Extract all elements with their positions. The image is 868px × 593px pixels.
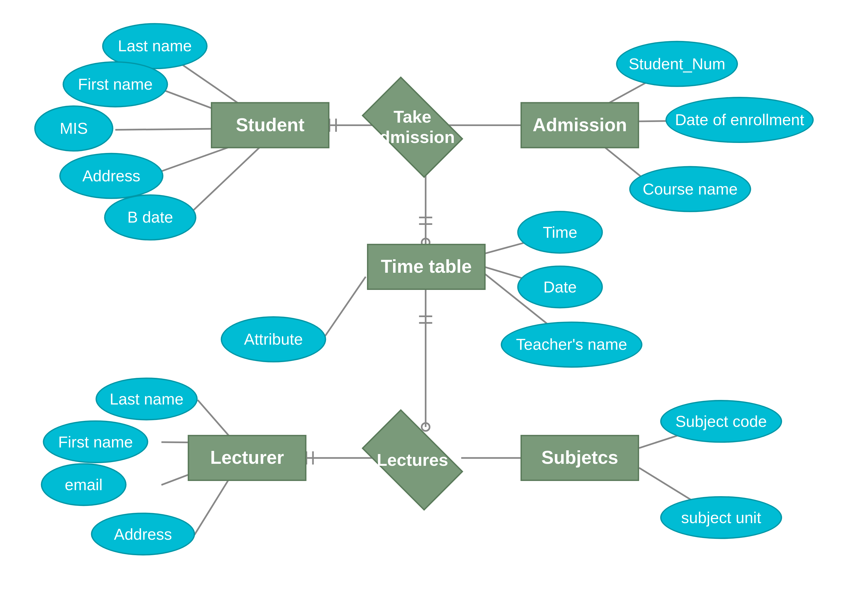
attr-admission-course: Course name (629, 166, 751, 212)
attr-lec-last: Last name (96, 378, 198, 420)
attr-lec-first: First name (43, 420, 148, 463)
attr-admission-num: Student_Num (616, 41, 738, 87)
attr-tt-teacher: Teacher's name (501, 322, 642, 367)
attr-sub-code: Subject code (660, 400, 782, 443)
attr-lec-address: Address (91, 512, 195, 556)
entity-timetable: Time table (367, 244, 486, 290)
svg-line-4 (186, 143, 264, 217)
attr-admission-date: Date of enrollment (666, 97, 814, 143)
svg-line-20 (323, 277, 366, 339)
attr-tt-attribute: Attribute (221, 316, 326, 362)
relationship-lectures: Lectures (360, 427, 465, 493)
diagram-container: Student Admission Time table Lecturer Su… (0, 0, 868, 593)
relationship-take-admission: Take admission (360, 94, 465, 160)
attr-sub-unit: subject unit (660, 496, 782, 539)
attr-lec-email: email (41, 463, 127, 506)
attr-student-bdate: B date (104, 195, 196, 240)
attr-student-address: Address (59, 153, 163, 199)
attr-student-mis: MIS (34, 105, 114, 152)
entity-subjetcs: Subjetcs (521, 435, 639, 481)
entity-admission: Admission (521, 102, 639, 148)
attr-student-first: First name (63, 61, 168, 108)
attr-tt-date: Date (517, 266, 603, 308)
entity-student: Student (211, 102, 329, 148)
entity-lecturer: Lecturer (188, 435, 307, 481)
attr-tt-time: Time (517, 211, 603, 254)
